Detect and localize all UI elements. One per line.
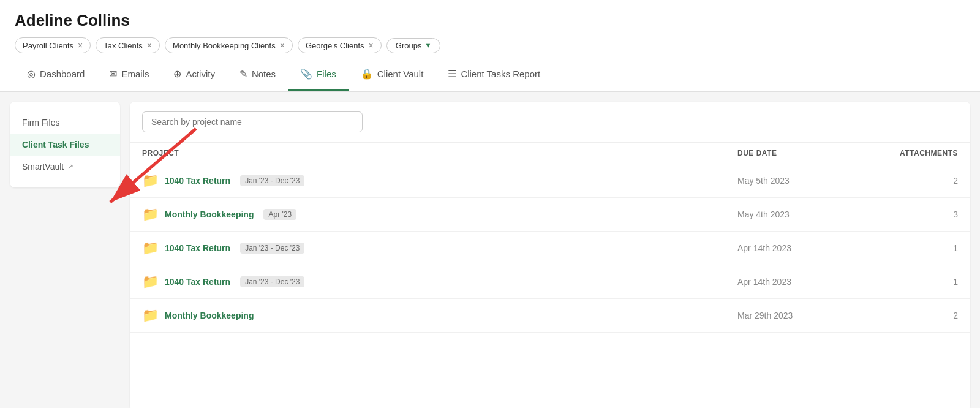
attachments-count: 2 <box>860 311 958 320</box>
tag-close-icon[interactable]: × <box>78 40 83 50</box>
project-cell: 📁 1040 Tax Return Jan '23 - Dec '23 <box>142 274 737 290</box>
project-cell: 📁 1040 Tax Return Jan '23 - Dec '23 <box>142 240 737 256</box>
project-name[interactable]: 1040 Tax Return <box>165 243 230 253</box>
project-badge: Apr '23 <box>263 209 296 220</box>
due-date: Apr 14th 2023 <box>737 277 860 287</box>
attachments-count: 2 <box>860 176 958 186</box>
table-row[interactable]: 📁 Monthly Bookkeeping Apr '23 May 4th 20… <box>130 198 970 232</box>
table-header: PROJECT DUE DATE ATTACHMENTS <box>130 143 970 164</box>
folder-icon: 📁 <box>142 240 159 256</box>
email-icon: ✉ <box>109 68 117 80</box>
nav-tabs: ◎Dashboard✉Emails⊕Activity✎Notes📎Files🔒C… <box>0 58 980 92</box>
tab-label-activity: Activity <box>186 69 215 79</box>
dashboard-icon: ◎ <box>27 68 36 80</box>
tab-emails[interactable]: ✉Emails <box>97 58 161 91</box>
project-cell: 📁 1040 Tax Return Jan '23 - Dec '23 <box>142 173 737 189</box>
tags-row: Payroll Clients×Tax Clients×Monthly Book… <box>15 37 965 53</box>
groups-button[interactable]: Groups▼ <box>386 38 441 53</box>
search-bar-row <box>130 102 970 143</box>
project-name[interactable]: Monthly Bookkeeping <box>165 210 254 219</box>
project-badge: Jan '23 - Dec '23 <box>240 276 304 287</box>
project-name[interactable]: 1040 Tax Return <box>165 176 230 186</box>
tag-payroll-clients[interactable]: Payroll Clients× <box>15 37 91 53</box>
tab-client-tasks-report[interactable]: ☰Client Tasks Report <box>435 58 552 91</box>
tab-label-files: Files <box>317 69 336 79</box>
tab-notes[interactable]: ✎Notes <box>227 58 288 91</box>
tab-label-emails: Emails <box>121 69 149 79</box>
tag-tax-clients[interactable]: Tax Clients× <box>96 37 160 53</box>
files-panel: PROJECT DUE DATE ATTACHMENTS 📁 1040 Tax … <box>130 102 970 408</box>
attachments-count: 3 <box>860 210 958 219</box>
search-input[interactable] <box>142 111 363 132</box>
tab-client-vault[interactable]: 🔒Client Vault <box>349 58 436 91</box>
files-icon: 📎 <box>300 68 312 80</box>
sidebar-label-firm-files: Firm Files <box>22 118 59 127</box>
due-date: May 5th 2023 <box>737 176 860 186</box>
tab-dashboard[interactable]: ◎Dashboard <box>15 58 97 91</box>
tag-label: Payroll Clients <box>23 41 74 50</box>
attachments-count: 1 <box>860 243 958 253</box>
due-date: May 4th 2023 <box>737 210 860 219</box>
tab-label-dashboard: Dashboard <box>40 69 85 79</box>
folder-icon: 📁 <box>142 308 159 323</box>
due-date: Apr 14th 2023 <box>737 243 860 253</box>
col-header-due-date: DUE DATE <box>737 149 860 157</box>
sidebar-label-smartvault: SmartVault <box>22 162 64 172</box>
project-badge: Jan '23 - Dec '23 <box>240 175 304 186</box>
col-header-attachments: ATTACHMENTS <box>860 149 958 157</box>
activity-icon: ⊕ <box>173 68 181 80</box>
project-cell: 📁 Monthly Bookkeeping Apr '23 <box>142 206 737 222</box>
sidebar: Firm FilesClient Task FilesSmartVault↗ <box>10 102 120 187</box>
tag-monthly-bookkeeping-clients[interactable]: Monthly Bookkeeping Clients× <box>165 37 293 53</box>
tag-close-icon[interactable]: × <box>369 40 374 50</box>
tag-close-icon[interactable]: × <box>147 40 152 50</box>
folder-icon: 📁 <box>142 274 159 290</box>
folder-icon: 📁 <box>142 173 159 189</box>
main-content: Firm FilesClient Task FilesSmartVault↗ P… <box>0 92 980 408</box>
tab-label-notes: Notes <box>252 69 276 79</box>
table-body: 📁 1040 Tax Return Jan '23 - Dec '23 May … <box>130 164 970 333</box>
sidebar-item-firm-files[interactable]: Firm Files <box>10 111 120 134</box>
due-date: Mar 29th 2023 <box>737 311 860 320</box>
project-name[interactable]: Monthly Bookkeeping <box>165 311 254 320</box>
project-badge: Jan '23 - Dec '23 <box>240 243 304 254</box>
attachments-count: 1 <box>860 277 958 287</box>
groups-label: Groups <box>396 41 422 50</box>
user-name: Adeline Collins <box>15 11 965 30</box>
sidebar-item-smartvault[interactable]: SmartVault↗ <box>10 156 120 178</box>
folder-icon: 📁 <box>142 206 159 222</box>
chevron-down-icon: ▼ <box>424 42 431 49</box>
tag-label: George's Clients <box>306 41 364 50</box>
table-row[interactable]: 📁 1040 Tax Return Jan '23 - Dec '23 Apr … <box>130 232 970 265</box>
col-header-project: PROJECT <box>142 149 737 157</box>
tag-label: Monthly Bookkeeping Clients <box>173 41 276 50</box>
sidebar-label-client-task-files: Client Task Files <box>22 140 89 149</box>
tasks-icon: ☰ <box>448 68 456 80</box>
table-row[interactable]: 📁 1040 Tax Return Jan '23 - Dec '23 May … <box>130 164 970 198</box>
table-row[interactable]: 📁 Monthly Bookkeeping Mar 29th 2023 2 <box>130 299 970 333</box>
tag-georges-clients[interactable]: George's Clients× <box>298 37 382 53</box>
tab-label-client-tasks-report: Client Tasks Report <box>461 69 540 79</box>
external-link-icon: ↗ <box>67 162 74 171</box>
vault-icon: 🔒 <box>361 68 373 80</box>
tag-label: Tax Clients <box>104 41 143 50</box>
table-row[interactable]: 📁 1040 Tax Return Jan '23 - Dec '23 Apr … <box>130 265 970 299</box>
sidebar-item-client-task-files[interactable]: Client Task Files <box>10 134 120 156</box>
notes-icon: ✎ <box>239 68 247 80</box>
tab-label-client-vault: Client Vault <box>377 69 424 79</box>
tab-files[interactable]: 📎Files <box>288 58 349 91</box>
tag-close-icon[interactable]: × <box>280 40 285 50</box>
project-name[interactable]: 1040 Tax Return <box>165 277 230 287</box>
tab-activity[interactable]: ⊕Activity <box>161 58 227 91</box>
project-cell: 📁 Monthly Bookkeeping <box>142 308 737 323</box>
